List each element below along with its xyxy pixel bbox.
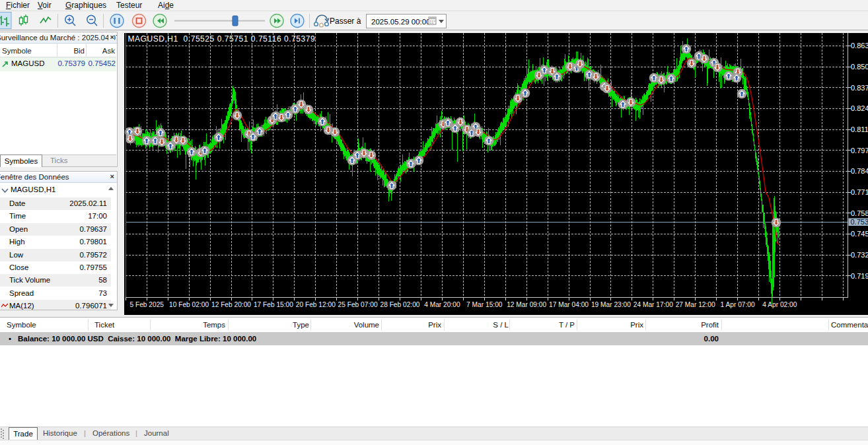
svg-text:4 Mar 20:00: 4 Mar 20:00 bbox=[424, 301, 460, 308]
svg-text:0.7457: 0.7457 bbox=[851, 230, 868, 238]
svg-text:19 Mar 23:00: 19 Mar 23:00 bbox=[591, 301, 631, 308]
svg-text:1 Apr 07:00: 1 Apr 07:00 bbox=[721, 301, 755, 308]
svg-text:17 Mar 04:00: 17 Mar 04:00 bbox=[549, 301, 589, 308]
svg-text:0.75379: 0.75379 bbox=[851, 218, 868, 226]
svg-text:4 Apr 02:00: 4 Apr 02:00 bbox=[762, 301, 797, 308]
svg-text:17 Feb 15:00: 17 Feb 15:00 bbox=[254, 301, 293, 308]
svg-text:12 Feb 20:00: 12 Feb 20:00 bbox=[211, 301, 251, 308]
svg-text:28 Feb 02:00: 28 Feb 02:00 bbox=[380, 301, 419, 308]
svg-text:0.8501: 0.8501 bbox=[851, 63, 868, 71]
svg-text:0.8240: 0.8240 bbox=[851, 104, 868, 112]
svg-text:0.8371: 0.8371 bbox=[851, 84, 868, 92]
svg-text:0.7849: 0.7849 bbox=[851, 167, 868, 175]
svg-text:7 Mar 15:00: 7 Mar 15:00 bbox=[466, 301, 503, 308]
svg-text:5 Feb 2025: 5 Feb 2025 bbox=[129, 301, 164, 308]
svg-text:12 Mar 09:00: 12 Mar 09:00 bbox=[507, 301, 546, 308]
svg-text:25 Feb 07:00: 25 Feb 07:00 bbox=[338, 301, 378, 308]
svg-text:0.7718: 0.7718 bbox=[851, 188, 868, 196]
svg-text:0.8632: 0.8632 bbox=[851, 42, 868, 50]
svg-text:0.7327: 0.7327 bbox=[851, 251, 868, 259]
svg-text:0.7196: 0.7196 bbox=[851, 272, 868, 280]
svg-text:20 Feb 12:00: 20 Feb 12:00 bbox=[296, 301, 336, 308]
svg-text:27 Mar 12:00: 27 Mar 12:00 bbox=[676, 301, 715, 308]
svg-text:24 Mar 17:00: 24 Mar 17:00 bbox=[633, 301, 673, 308]
svg-text:0.7979: 0.7979 bbox=[851, 147, 868, 154]
svg-text:0.7588: 0.7588 bbox=[851, 209, 868, 217]
svg-text:0.8110: 0.8110 bbox=[851, 125, 868, 133]
svg-text:MAGUSD,H1 0.75525 0.75751 0.7: MAGUSD,H1 0.75525 0.75751 0.75116 0.7537… bbox=[128, 34, 316, 44]
svg-text:10 Feb 02:00: 10 Feb 02:00 bbox=[169, 301, 209, 308]
